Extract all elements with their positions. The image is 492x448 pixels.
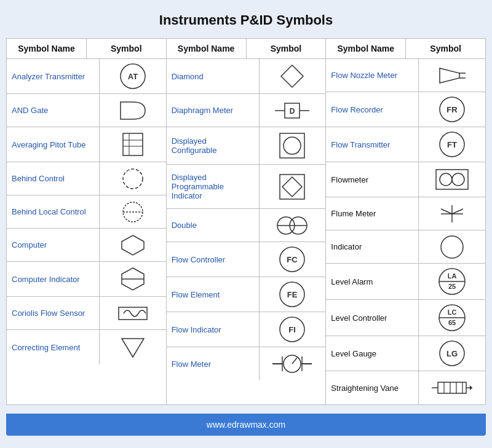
sym-icon: FE xyxy=(260,277,326,312)
svg-rect-2 xyxy=(123,133,143,155)
main-table: Symbol Name Symbol Analyzer Transmitter … xyxy=(6,38,486,405)
table-row: Computer xyxy=(7,229,166,262)
table-row: Double xyxy=(167,209,326,242)
svg-text:LC: LC xyxy=(448,308,457,316)
sym-icon xyxy=(260,209,326,242)
sym-name: Flow Transmitter xyxy=(326,127,419,162)
sym-name: Double xyxy=(167,209,260,242)
svg-text:D: D xyxy=(290,107,295,116)
table-row: Flow Controller FC xyxy=(167,242,326,277)
svg-text:FC: FC xyxy=(287,255,298,264)
svg-text:AT: AT xyxy=(128,72,138,81)
table-row: Behind Control xyxy=(7,162,166,195)
sym-name: Displayed Configurable xyxy=(167,127,260,164)
sym-name: Diamond xyxy=(167,59,260,93)
sym-icon xyxy=(100,229,166,261)
svg-rect-12 xyxy=(119,307,147,320)
col-2: Symbol Name Symbol Diamond Diaphragm Met… xyxy=(167,39,327,404)
sym-icon: FR xyxy=(419,92,485,127)
table-row: Straightening Vane xyxy=(326,371,485,404)
svg-point-46 xyxy=(440,173,452,186)
table-row: Flume Meter xyxy=(326,197,485,230)
sym-icon xyxy=(100,330,166,364)
sym-icon: FT xyxy=(419,127,485,162)
sym-name: Computer Indicator xyxy=(7,262,100,296)
svg-text:FR: FR xyxy=(446,105,458,114)
sym-name: Straightening Vane xyxy=(326,371,419,404)
table-row: Level Controller LC 65 xyxy=(326,300,485,336)
sym-name: Averaging Pitot Tube xyxy=(7,127,100,162)
table-row: Indicator xyxy=(326,230,485,264)
sym-icon xyxy=(100,297,166,329)
svg-marker-13 xyxy=(122,339,144,357)
svg-text:FI: FI xyxy=(289,325,296,334)
sym-icon xyxy=(260,347,326,380)
footer: www.edrawmax.com xyxy=(6,414,486,436)
sym-icon: FC xyxy=(260,242,326,277)
sym-name: Flume Meter xyxy=(326,197,419,230)
table-row: Analyzer Transmitter AT xyxy=(7,59,166,94)
sym-name: Correcting Element xyxy=(7,330,100,364)
table-row: Coriolis Flow Sensor xyxy=(7,297,166,330)
col-1: Symbol Name Symbol Analyzer Transmitter … xyxy=(7,39,167,404)
sym-name: Indicator xyxy=(326,230,419,263)
sym-name: Level Controller xyxy=(326,300,419,336)
sym-icon xyxy=(419,230,485,263)
svg-marker-22 xyxy=(282,177,302,197)
table-row: Displayed Configurable xyxy=(167,127,326,165)
svg-text:FE: FE xyxy=(287,290,298,299)
table-row: AND Gate xyxy=(7,94,166,127)
svg-text:LA: LA xyxy=(448,272,457,280)
table-row: Flow Nozzle Meter xyxy=(326,59,485,92)
table-row: Displayed Programmable Indicator xyxy=(167,165,326,209)
svg-text:25: 25 xyxy=(448,283,456,290)
svg-point-52 xyxy=(441,236,463,258)
svg-text:FT: FT xyxy=(447,140,457,149)
sym-icon xyxy=(419,59,485,92)
col3-header-symbol: Symbol xyxy=(406,39,485,58)
sym-icon xyxy=(260,59,326,93)
sym-name: Flow Element xyxy=(167,277,260,312)
sym-icon: AT xyxy=(100,59,166,93)
sym-icon xyxy=(100,94,166,127)
svg-marker-14 xyxy=(281,65,303,87)
sym-icon xyxy=(419,162,485,197)
col2-header-name: Symbol Name xyxy=(167,39,247,58)
table-row: Flow Transmitter FT xyxy=(326,127,485,162)
sym-name: Flow Recorder xyxy=(326,92,419,127)
sym-name: AND Gate xyxy=(7,94,100,127)
svg-rect-64 xyxy=(438,382,466,393)
sym-name: Behind Control xyxy=(7,162,100,195)
table-row: Correcting Element xyxy=(7,330,166,364)
svg-marker-70 xyxy=(470,385,472,390)
table-row: Level Alarm LA 25 xyxy=(326,264,485,300)
sym-name: Flow Meter xyxy=(167,347,260,380)
table-row: Averaging Pitot Tube xyxy=(7,127,166,162)
sym-name: Flow Controller xyxy=(167,242,260,277)
svg-line-36 xyxy=(292,358,297,364)
table-row: Flow Recorder FR xyxy=(326,92,485,127)
sym-name: Computer xyxy=(7,229,100,261)
sym-icon xyxy=(260,165,326,208)
sym-icon xyxy=(100,262,166,296)
sym-name: Analyzer Transmitter xyxy=(7,59,100,93)
sym-name: Coriolis Flow Sensor xyxy=(7,297,100,329)
col1-header-symbol: Symbol xyxy=(87,39,166,58)
sym-name: Diaphragm Meter xyxy=(167,94,260,127)
sym-name: Flow Nozzle Meter xyxy=(326,59,419,92)
col-3: Symbol Name Symbol Flow Nozzle Meter Flo… xyxy=(326,39,485,404)
sym-icon xyxy=(100,195,166,228)
sym-icon: LA 25 xyxy=(419,264,485,299)
table-row: Behind Local Control xyxy=(7,195,166,229)
table-row: Diaphragm Meter D xyxy=(167,94,326,127)
svg-line-51 xyxy=(452,209,463,214)
svg-marker-38 xyxy=(440,68,459,83)
sym-icon xyxy=(100,162,166,195)
sym-icon: LC 65 xyxy=(419,300,485,336)
sym-name: Displayed Programmable Indicator xyxy=(167,165,260,208)
sym-name: Level Alarm xyxy=(326,264,419,299)
col1-header-name: Symbol Name xyxy=(7,39,87,58)
sym-icon xyxy=(419,197,485,230)
table-row: Diamond xyxy=(167,59,326,94)
table-row: Level Gauge LG xyxy=(326,336,485,371)
